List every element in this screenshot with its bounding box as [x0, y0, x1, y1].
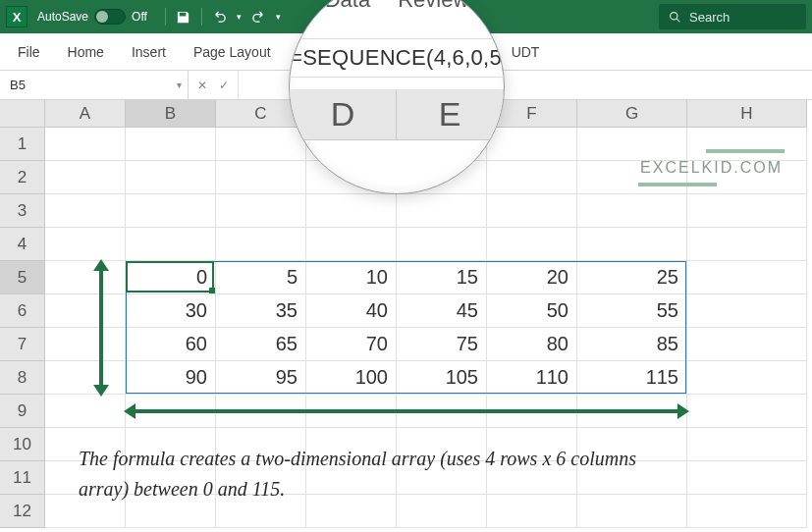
cell[interactable] — [487, 161, 577, 194]
cell[interactable]: 40 — [306, 294, 397, 328]
cell[interactable]: 20 — [487, 261, 577, 294]
row-header[interactable]: 2 — [0, 161, 45, 194]
cell[interactable] — [487, 194, 577, 228]
qat-more-icon[interactable]: ▾ — [273, 5, 285, 28]
column-header[interactable]: A — [45, 100, 126, 128]
row-header[interactable]: 11 — [0, 461, 45, 495]
cell[interactable]: 55 — [577, 294, 687, 328]
autosave-group: AutoSave Off — [37, 9, 147, 25]
cell[interactable] — [45, 328, 126, 361]
cell[interactable] — [577, 128, 687, 161]
cell[interactable]: 15 — [397, 261, 487, 294]
cell[interactable] — [216, 228, 306, 261]
cell[interactable] — [216, 161, 306, 194]
cell[interactable] — [687, 128, 807, 161]
row-header[interactable]: 9 — [0, 395, 45, 428]
cell[interactable]: 75 — [397, 328, 487, 361]
cell[interactable]: 95 — [216, 361, 306, 395]
cell[interactable] — [487, 228, 577, 261]
ribbon-tab-udt[interactable]: UDT — [498, 33, 554, 70]
ribbon-tab-insert[interactable]: Insert — [118, 33, 180, 70]
save-icon[interactable] — [172, 5, 195, 28]
cell[interactable] — [45, 395, 126, 428]
cell[interactable]: 110 — [487, 361, 577, 395]
enter-formula-icon[interactable]: ✓ — [214, 76, 234, 95]
autosave-state: Off — [132, 10, 147, 24]
cell[interactable]: 30 — [126, 294, 216, 328]
cell[interactable] — [306, 194, 397, 228]
undo-dropdown-icon[interactable]: ▾ — [234, 5, 245, 28]
row-header[interactable]: 8 — [0, 361, 45, 395]
name-box[interactable]: B5 ▾ — [0, 71, 189, 99]
cell[interactable]: 45 — [397, 294, 487, 328]
cell[interactable]: 35 — [216, 294, 306, 328]
cell[interactable] — [45, 361, 126, 395]
cell[interactable]: 105 — [397, 361, 487, 395]
cell[interactable] — [687, 228, 807, 261]
cell[interactable]: 50 — [487, 294, 577, 328]
cell[interactable]: 80 — [487, 328, 577, 361]
cell[interactable] — [126, 194, 216, 228]
cell[interactable] — [397, 228, 487, 261]
cell[interactable] — [577, 194, 687, 228]
cell[interactable] — [687, 194, 807, 228]
cell[interactable]: 25 — [577, 261, 687, 294]
row-header[interactable]: 12 — [0, 495, 45, 528]
row-header[interactable]: 5 — [0, 261, 45, 294]
column-header[interactable]: G — [577, 100, 687, 128]
cell[interactable] — [45, 194, 126, 228]
cell[interactable]: 60 — [126, 328, 216, 361]
cell[interactable]: 10 — [306, 261, 397, 294]
ribbon-tab-page-layout[interactable]: Page Layout — [180, 33, 285, 70]
cell[interactable] — [687, 395, 807, 428]
column-header[interactable]: H — [687, 100, 807, 128]
cell[interactable] — [687, 428, 807, 461]
cell[interactable] — [487, 128, 577, 161]
cell[interactable] — [687, 328, 807, 361]
cell[interactable]: 100 — [306, 361, 397, 395]
row-header[interactable]: 7 — [0, 328, 45, 361]
ribbon-tab-home[interactable]: Home — [54, 33, 118, 70]
row-header[interactable]: 6 — [0, 294, 45, 328]
cell[interactable] — [216, 128, 306, 161]
cell[interactable] — [687, 361, 807, 395]
cell[interactable]: 5 — [216, 261, 306, 294]
cell[interactable]: 65 — [216, 328, 306, 361]
row-header[interactable]: 10 — [0, 428, 45, 461]
cell[interactable] — [216, 194, 306, 228]
cell[interactable] — [126, 228, 216, 261]
cancel-formula-icon[interactable]: ✕ — [192, 76, 212, 95]
row-header[interactable]: 3 — [0, 194, 45, 228]
quick-access-toolbar: ▾ ▾ — [161, 5, 285, 28]
undo-icon[interactable] — [208, 5, 232, 28]
ribbon-tab-file[interactable]: File — [4, 33, 54, 70]
cell[interactable] — [45, 294, 126, 328]
name-box-value: B5 — [10, 78, 26, 92]
cell[interactable] — [126, 128, 216, 161]
search-box[interactable]: Search — [659, 4, 806, 29]
cell[interactable] — [45, 161, 126, 194]
cell[interactable] — [397, 194, 487, 228]
cell[interactable]: 0 — [126, 261, 216, 294]
cell[interactable] — [687, 461, 807, 495]
cell[interactable] — [126, 161, 216, 194]
cell[interactable] — [687, 261, 807, 294]
row-header[interactable]: 1 — [0, 128, 45, 161]
row-header[interactable]: 4 — [0, 228, 45, 261]
redo-icon[interactable] — [247, 5, 271, 28]
cell[interactable] — [45, 261, 126, 294]
cell[interactable] — [577, 228, 687, 261]
cell[interactable]: 85 — [577, 328, 687, 361]
cell[interactable]: 90 — [126, 361, 216, 395]
cell[interactable] — [687, 294, 807, 328]
cell[interactable] — [306, 228, 397, 261]
cell[interactable]: 115 — [577, 361, 687, 395]
select-all-corner[interactable] — [0, 100, 45, 128]
autosave-toggle[interactable] — [94, 9, 126, 25]
cell[interactable] — [687, 495, 807, 528]
cell[interactable] — [45, 128, 126, 161]
chevron-down-icon[interactable]: ▾ — [177, 80, 182, 90]
cell[interactable]: 70 — [306, 328, 397, 361]
column-header[interactable]: B — [126, 100, 216, 128]
cell[interactable] — [45, 228, 126, 261]
